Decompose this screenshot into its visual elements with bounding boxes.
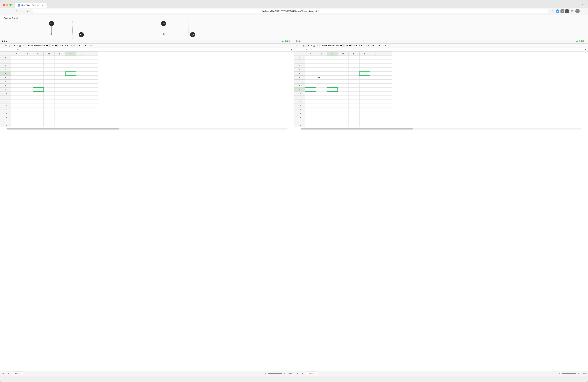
bob-cell-D6[interactable]	[338, 76, 349, 79]
bob-cell-C4[interactable]	[327, 68, 338, 72]
alice-cell-D7[interactable]	[44, 79, 55, 84]
alice-col-H[interactable]: H	[87, 52, 98, 56]
alice-cell-F9[interactable]	[65, 88, 76, 92]
bob-cell-H8[interactable]	[381, 84, 392, 88]
alice-wrap-btn[interactable]: ↵▼	[88, 44, 93, 47]
bob-row-10[interactable]: 10	[294, 92, 305, 96]
alice-row-1[interactable]: 1	[0, 56, 11, 60]
slider-2[interactable]	[161, 21, 166, 35]
bob-cell-F9[interactable]	[359, 88, 370, 92]
alice-cell-B5[interactable]	[22, 72, 33, 76]
alice-cell-E6[interactable]	[55, 76, 65, 79]
bob-cell-A8[interactable]	[305, 84, 316, 88]
alice-cell-E10[interactable]	[55, 92, 65, 96]
bob-cell-H1[interactable]	[381, 56, 392, 60]
bob-cell-C5[interactable]	[327, 72, 338, 76]
slider-up-icon[interactable]	[49, 21, 54, 26]
bob-cell-C17[interactable]	[327, 119, 338, 123]
alice-cell-D2[interactable]	[44, 60, 55, 64]
alice-cell-C17[interactable]	[33, 119, 44, 123]
extension-icon-2[interactable]: ⊞	[561, 9, 564, 13]
bob-cell-C6[interactable]	[327, 76, 338, 79]
alice-cell-A12[interactable]	[11, 99, 22, 103]
bob-cell-H6[interactable]	[381, 76, 392, 79]
bob-cell-A7[interactable]	[305, 79, 316, 84]
bob-cell-C1[interactable]	[327, 56, 338, 60]
alice-row-12[interactable]: 12	[0, 99, 11, 103]
alice-cell-B13[interactable]	[22, 103, 33, 107]
alice-cell-A16[interactable]	[11, 115, 22, 119]
alice-row-16[interactable]: 16	[0, 115, 11, 119]
alice-col-B[interactable]: B	[22, 52, 33, 56]
alice-cell-C3[interactable]	[33, 64, 44, 68]
bob-cell-G9[interactable]	[370, 88, 381, 92]
alice-cell-H13[interactable]	[87, 103, 98, 107]
bob-cell-D3[interactable]	[338, 64, 349, 68]
slider-dot-2[interactable]	[163, 33, 165, 35]
bob-cell-C13[interactable]	[327, 103, 338, 107]
alice-cell-C9[interactable]	[33, 88, 44, 92]
alice-cell-E9[interactable]	[55, 88, 65, 92]
alice-underline-btn[interactable]: U	[19, 44, 21, 47]
bob-cell-D9[interactable]	[338, 88, 349, 92]
bob-cell-A16[interactable]	[305, 115, 316, 119]
bob-cell-F17[interactable]	[359, 119, 370, 123]
alice-cell-H2[interactable]	[87, 60, 98, 64]
home-button[interactable]: ⌂	[20, 9, 25, 13]
bob-cell-D1[interactable]	[338, 56, 349, 60]
bob-cell-E16[interactable]	[349, 115, 359, 119]
alice-cell-A3[interactable]	[11, 64, 22, 68]
alice-cell-D10[interactable]	[44, 92, 55, 96]
bob-grid-container[interactable]: A B C D E F G H 1234561237891011121	[294, 52, 588, 371]
bob-row-14[interactable]: 14	[294, 107, 305, 112]
alice-cell-F13[interactable]	[65, 103, 76, 107]
alice-row-4[interactable]: 4	[0, 68, 11, 72]
bob-cell-B18[interactable]	[316, 123, 327, 127]
bob-cell-G3[interactable]	[370, 64, 381, 68]
slider-1[interactable]	[49, 21, 54, 35]
window-controls[interactable]: ⌃	[581, 3, 583, 6]
bob-row-1[interactable]: 1	[294, 56, 305, 60]
forward-button[interactable]: ›	[9, 9, 13, 13]
alice-cell-G16[interactable]	[76, 115, 87, 119]
alice-font-select[interactable]: Times New Roman	[26, 44, 49, 47]
alice-cell-H4[interactable]	[87, 68, 98, 72]
alice-row-14[interactable]: 14	[0, 107, 11, 112]
bob-cell-C2[interactable]	[327, 60, 338, 64]
bob-col-A[interactable]: A	[305, 52, 316, 56]
alice-cell-E12[interactable]	[55, 99, 65, 103]
alice-cell-E17[interactable]	[55, 119, 65, 123]
bob-cell-G15[interactable]	[370, 112, 381, 115]
alice-cell-G10[interactable]	[76, 92, 87, 96]
bob-cell-A5[interactable]	[305, 72, 316, 76]
alice-cancel-btn[interactable]: ✕	[11, 48, 13, 51]
bob-cell-H12[interactable]	[381, 99, 392, 103]
bob-cell-D12[interactable]	[338, 99, 349, 103]
bob-cell-G18[interactable]	[370, 123, 381, 127]
bob-row-2[interactable]: 2	[294, 60, 305, 64]
alice-cell-E5[interactable]	[55, 72, 65, 76]
bob-hscroll[interactable]	[294, 127, 588, 130]
bob-cell-G10[interactable]	[370, 92, 381, 96]
alice-cell-D14[interactable]	[44, 107, 55, 112]
alice-cell-H12[interactable]	[87, 99, 98, 103]
bob-row-15[interactable]: 15	[294, 112, 305, 115]
bob-cell-A1[interactable]	[305, 56, 316, 60]
alice-cell-A17[interactable]	[11, 119, 22, 123]
bob-cell-A14[interactable]	[305, 107, 316, 112]
alice-cell-A1[interactable]	[11, 56, 22, 60]
bob-row-18[interactable]: 18	[294, 123, 305, 127]
bob-cell-B15[interactable]	[316, 112, 327, 115]
bob-cell-A11[interactable]	[305, 96, 316, 99]
alice-cell-G12[interactable]	[76, 99, 87, 103]
bob-cancel-btn[interactable]: ✕	[305, 48, 307, 51]
bob-cell-D13[interactable]	[338, 103, 349, 107]
alice-cell-H8[interactable]	[87, 84, 98, 88]
alice-cell-E3[interactable]: 1	[55, 64, 65, 68]
profile-icon[interactable]	[575, 9, 580, 13]
alice-cell-F10[interactable]	[65, 92, 76, 96]
bob-col-H[interactable]: H	[381, 52, 392, 56]
alice-cell-H16[interactable]	[87, 115, 98, 119]
bob-cell-B13[interactable]	[316, 103, 327, 107]
alice-cell-H6[interactable]	[87, 76, 98, 79]
